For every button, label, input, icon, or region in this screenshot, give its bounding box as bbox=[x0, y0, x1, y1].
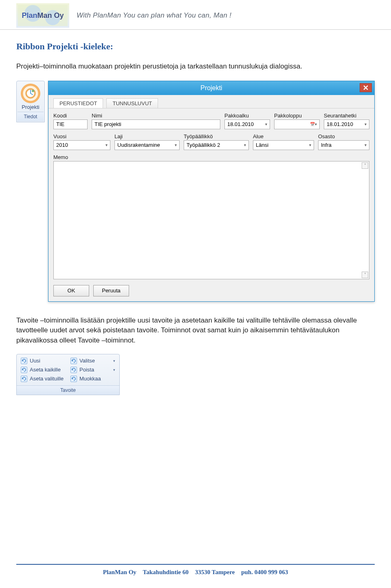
scroll-up-icon[interactable]: ˄ bbox=[362, 162, 368, 169]
chevron-down-icon: ▾ bbox=[113, 368, 115, 372]
field-nimi: Nimi TIE projekti bbox=[92, 113, 220, 129]
scroll-down-icon[interactable]: ˅ bbox=[362, 272, 368, 278]
chevron-down-icon: ▾ bbox=[244, 143, 246, 147]
field-alue: Alue Länsi▾ bbox=[253, 133, 314, 150]
page-footer: PlanMan Oy Takahuhdintie 60 33530 Tamper… bbox=[16, 564, 375, 576]
field-vuosi: Vuosi 2010▾ bbox=[53, 133, 110, 150]
dialog-body: Koodi TIE Nimi TIE projekti Pakkoalku 18… bbox=[48, 108, 374, 301]
tab-perustiedot[interactable]: PERUSTIEDOT bbox=[53, 98, 103, 108]
ribbon-and-dialog-row: Projekti Tiedot Projekti PERUSTIEDOT TUN… bbox=[16, 81, 375, 302]
label-laji: Laji bbox=[114, 133, 180, 139]
tavoite-item-poista[interactable]: Poista ▾ bbox=[69, 366, 117, 374]
ok-button[interactable]: OK bbox=[53, 285, 89, 296]
tavoite-group-label: Tavoite bbox=[17, 385, 119, 395]
svg-point-2 bbox=[32, 90, 34, 92]
ribbon-projekti-label[interactable]: Projekti bbox=[18, 104, 44, 110]
section-title: Ribbon Projekti -kieleke: bbox=[16, 41, 375, 52]
footer-postal: 33530 Tampere bbox=[195, 569, 235, 575]
chevron-down-icon: ▾ bbox=[105, 143, 108, 147]
tavoite-item-aseta-kaikille[interactable]: Aseta kaikille bbox=[19, 366, 67, 374]
dialog-button-row: OK Peruuta bbox=[53, 279, 369, 296]
label-vuosi: Vuosi bbox=[53, 133, 110, 139]
logo: PlanMan Oy bbox=[16, 3, 69, 28]
chevron-down-icon: ▾ bbox=[265, 122, 267, 126]
page-header: PlanMan Oy With PlanMan You can plan wha… bbox=[0, 0, 391, 30]
input-nimi[interactable]: TIE projekti bbox=[92, 119, 220, 129]
tavoite-item-label: Valitse bbox=[79, 358, 95, 364]
input-pakkoalku[interactable]: 18.01.2010▾ bbox=[224, 119, 270, 129]
field-laji: Laji Uudisrakentamine▾ bbox=[114, 133, 180, 150]
label-pakkoloppu: Pakkoloppu bbox=[274, 113, 320, 119]
label-memo: Memo bbox=[53, 154, 369, 160]
ribbon-projekti-group: Projekti Tiedot bbox=[16, 81, 45, 122]
refresh-icon bbox=[21, 376, 27, 382]
label-osasto: Osasto bbox=[318, 133, 369, 139]
field-pakkoloppu: Pakkoloppu 📅▾ bbox=[274, 113, 320, 129]
refresh-icon bbox=[21, 358, 27, 364]
footer-company: PlanMan Oy bbox=[103, 569, 136, 575]
input-laji[interactable]: Uudisrakentamine▾ bbox=[114, 140, 180, 150]
close-button[interactable] bbox=[360, 83, 372, 92]
input-seurantahetki[interactable]: 18.01.2010▾ bbox=[324, 119, 369, 129]
input-tyopaallikko[interactable]: Työpäällikkö 2▾ bbox=[184, 140, 249, 150]
refresh-icon bbox=[70, 358, 77, 364]
paragraph-1: Projekti–toiminnolla muokataan projektin… bbox=[16, 62, 375, 72]
input-pakkoloppu[interactable]: 📅▾ bbox=[274, 119, 320, 129]
tavoite-item-aseta-valituille[interactable]: Aseta valituille bbox=[19, 375, 67, 383]
label-seurantahetki: Seurantahetki bbox=[324, 113, 369, 119]
tavoite-item-valitse[interactable]: Valitse ▾ bbox=[69, 357, 117, 365]
form-row-2: Vuosi 2010▾ Laji Uudisrakentamine▾ Työpä… bbox=[53, 133, 369, 150]
calendar-icon: 📅▾ bbox=[310, 122, 317, 126]
refresh-icon bbox=[70, 367, 77, 373]
chevron-down-icon: ▾ bbox=[365, 122, 367, 126]
slogan: With PlanMan You can plan what You can, … bbox=[77, 11, 231, 20]
field-pakkoalku: Pakkoalku 18.01.2010▾ bbox=[224, 113, 270, 129]
logo-text: PlanMan Oy bbox=[22, 11, 64, 20]
tavoite-item-uusi[interactable]: Uusi bbox=[19, 357, 67, 365]
dialog-tabs: PERUSTIEDOT TUNNUSLUVUT bbox=[48, 95, 374, 108]
footer-phone: puh. 0400 999 063 bbox=[241, 569, 288, 575]
cancel-button[interactable]: Peruuta bbox=[93, 285, 129, 296]
tab-tunnusluvut[interactable]: TUNNUSLUVUT bbox=[106, 98, 158, 108]
footer-address: Takahuhdintie 60 bbox=[143, 569, 189, 575]
ribbon-tavoite-group: Uusi Valitse ▾ Aseta kaikille Poista ▾ A… bbox=[16, 354, 120, 395]
chevron-down-icon: ▾ bbox=[113, 359, 115, 363]
label-tyopaallikko: Työpäällikkö bbox=[184, 133, 249, 139]
input-koodi[interactable]: TIE bbox=[53, 119, 88, 129]
chevron-down-icon: ▾ bbox=[175, 143, 177, 147]
memo-textarea[interactable]: ˄ ˅ bbox=[53, 161, 369, 279]
ribbon-tiedot-label: Tiedot bbox=[18, 112, 44, 121]
field-osasto: Osasto Infra▾ bbox=[318, 133, 369, 150]
form-row-1: Koodi TIE Nimi TIE projekti Pakkoalku 18… bbox=[53, 113, 369, 129]
dialog-title: Projekti bbox=[200, 84, 222, 92]
input-osasto[interactable]: Infra▾ bbox=[318, 140, 369, 150]
tavoite-item-label: Aseta kaikille bbox=[30, 367, 61, 373]
close-icon bbox=[363, 85, 368, 90]
field-seurantahetki: Seurantahetki 18.01.2010▾ bbox=[324, 113, 369, 129]
label-koodi: Koodi bbox=[53, 113, 88, 119]
tavoite-grid: Uusi Valitse ▾ Aseta kaikille Poista ▾ A… bbox=[17, 354, 119, 385]
refresh-icon bbox=[70, 376, 77, 382]
projekti-icon[interactable] bbox=[21, 84, 40, 103]
paragraph-2: Tavoite –toiminnoilla lisätään projektil… bbox=[16, 316, 375, 346]
chevron-down-icon: ▾ bbox=[309, 143, 311, 147]
tavoite-item-label: Uusi bbox=[30, 358, 40, 364]
tavoite-item-muokkaa[interactable]: Muokkaa bbox=[69, 375, 117, 383]
tavoite-item-label: Muokkaa bbox=[79, 376, 101, 382]
label-pakkoalku: Pakkoalku bbox=[224, 113, 270, 119]
refresh-icon bbox=[21, 367, 27, 373]
input-alue[interactable]: Länsi▾ bbox=[253, 140, 314, 150]
field-tyopaallikko: Työpäällikkö Työpäällikkö 2▾ bbox=[184, 133, 249, 150]
tavoite-item-label: Poista bbox=[79, 367, 94, 373]
dialog-titlebar: Projekti bbox=[48, 81, 374, 95]
tavoite-item-label: Aseta valituille bbox=[30, 376, 64, 382]
projekti-dialog: Projekti PERUSTIEDOT TUNNUSLUVUT Koodi T… bbox=[48, 81, 375, 302]
content: Ribbon Projekti -kieleke: Projekti–toimi… bbox=[0, 30, 391, 395]
input-vuosi[interactable]: 2010▾ bbox=[53, 140, 110, 150]
chevron-down-icon: ▾ bbox=[365, 143, 367, 147]
label-alue: Alue bbox=[253, 133, 314, 139]
label-nimi: Nimi bbox=[92, 113, 220, 119]
field-koodi: Koodi TIE bbox=[53, 113, 88, 129]
